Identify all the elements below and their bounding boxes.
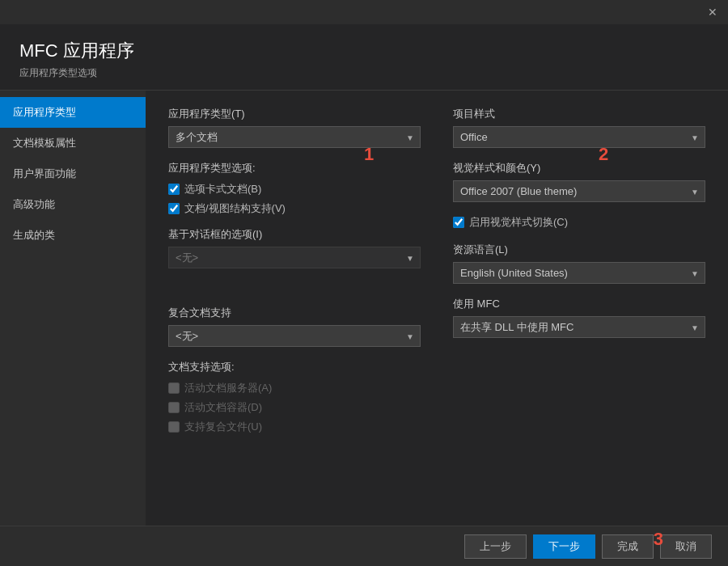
- visual-style-dropdown[interactable]: Office 2007 (Blue theme): [453, 180, 705, 202]
- left-column: 应用程序类型(T) 多个文档 ▼ 应用程序类型选项: 选项卡式文档(B): [168, 107, 421, 509]
- compound-support-label: 复合文档支持: [168, 306, 421, 320]
- close-icon: ✕: [708, 6, 717, 19]
- visual-style-wrapper: Office 2007 (Blue theme) ▼: [453, 180, 705, 202]
- right-column: 项目样式 Office ▼ 视觉样式和颜色(Y) Office 2007 (Bl…: [453, 107, 705, 509]
- enable-visual-label: 启用视觉样式切换(C): [469, 215, 568, 230]
- use-mfc-wrapper: 在共享 DLL 中使用 MFC ▼: [453, 316, 705, 338]
- use-mfc-dropdown[interactable]: 在共享 DLL 中使用 MFC: [453, 316, 705, 338]
- active-doc-server-label: 活动文档服务器(A): [184, 381, 272, 395]
- title-bar: ✕: [0, 0, 728, 24]
- content-area: 应用程序类型(T) 多个文档 ▼ 应用程序类型选项: 选项卡式文档(B): [146, 91, 728, 526]
- doc-view-row: 文档/视图结构支持(V): [168, 201, 421, 216]
- dialog-title: MFC 应用程序: [19, 39, 709, 63]
- enable-visual-row: 启用视觉样式切换(C): [453, 215, 705, 230]
- doc-view-checkbox[interactable]: [168, 203, 180, 214]
- doc-support-title: 文档支持选项:: [168, 360, 421, 374]
- app-type-options-group: 应用程序类型选项: 选项卡式文档(B) 文档/视图结构支持(V): [168, 161, 421, 216]
- compound-file-label: 支持复合文件(U): [184, 420, 262, 434]
- active-doc-container-row: 活动文档容器(D): [168, 400, 421, 415]
- compound-file-row: 支持复合文件(U): [168, 420, 421, 434]
- dialog-subtitle: 应用程序类型选项: [19, 66, 709, 80]
- active-doc-container-label: 活动文档容器(D): [184, 400, 262, 415]
- dialog-options-label: 基于对话框的选项(I): [168, 227, 421, 242]
- tabbed-doc-label: 选项卡式文档(B): [184, 182, 261, 196]
- sidebar-item-generated-classes[interactable]: 生成的类: [0, 220, 146, 251]
- app-type-dropdown[interactable]: 多个文档: [168, 126, 421, 148]
- project-style-wrapper: Office ▼: [453, 126, 705, 148]
- cancel-button[interactable]: 取消: [660, 534, 712, 559]
- tabbed-doc-checkbox[interactable]: [168, 184, 180, 195]
- resource-lang-dropdown[interactable]: English (United States): [453, 262, 705, 284]
- sidebar-item-advanced[interactable]: 高级功能: [0, 189, 146, 220]
- use-mfc-label: 使用 MFC: [453, 297, 705, 311]
- tabbed-doc-row: 选项卡式文档(B): [168, 182, 421, 196]
- next-button[interactable]: 下一步: [533, 534, 595, 559]
- dialog-header: MFC 应用程序 应用程序类型选项: [0, 24, 728, 91]
- app-type-options-title: 应用程序类型选项:: [168, 161, 421, 175]
- sidebar-item-ui-features[interactable]: 用户界面功能: [0, 158, 146, 189]
- dialog-options-wrapper: <无> ▼: [168, 247, 421, 268]
- compound-support-wrapper: <无> ▼: [168, 325, 421, 347]
- finish-button[interactable]: 完成: [602, 534, 654, 559]
- doc-view-label: 文档/视图结构支持(V): [184, 201, 286, 216]
- sidebar-item-app-type[interactable]: 应用程序类型: [0, 97, 146, 128]
- resource-lang-label: 资源语言(L): [453, 243, 705, 257]
- dialog: MFC 应用程序 应用程序类型选项 应用程序类型 文档模板属性 用户界面功能 高…: [0, 24, 728, 566]
- dialog-footer: 上一步 下一步 完成 取消: [0, 526, 728, 566]
- active-doc-container-checkbox[interactable]: [168, 402, 180, 413]
- compound-file-checkbox[interactable]: [168, 421, 180, 433]
- dialog-body: 应用程序类型 文档模板属性 用户界面功能 高级功能 生成的类 应用程序类型(T)…: [0, 91, 728, 526]
- resource-lang-wrapper: English (United States) ▼: [453, 262, 705, 284]
- app-type-dropdown-wrapper: 多个文档 ▼: [168, 126, 421, 148]
- sidebar-item-doc-template[interactable]: 文档模板属性: [0, 128, 146, 158]
- active-doc-server-checkbox[interactable]: [168, 382, 180, 394]
- project-style-dropdown[interactable]: Office: [453, 126, 705, 148]
- active-doc-server-row: 活动文档服务器(A): [168, 381, 421, 395]
- enable-visual-checkbox[interactable]: [453, 217, 464, 228]
- prev-button[interactable]: 上一步: [464, 534, 527, 559]
- sidebar: 应用程序类型 文档模板属性 用户界面功能 高级功能 生成的类: [0, 91, 146, 526]
- app-type-label: 应用程序类型(T): [168, 107, 421, 121]
- close-button[interactable]: ✕: [704, 3, 722, 21]
- visual-style-label: 视觉样式和颜色(Y): [453, 161, 705, 175]
- project-style-label: 项目样式: [453, 107, 705, 121]
- compound-support-dropdown[interactable]: <无>: [168, 325, 421, 347]
- dialog-options-dropdown[interactable]: <无>: [168, 247, 421, 268]
